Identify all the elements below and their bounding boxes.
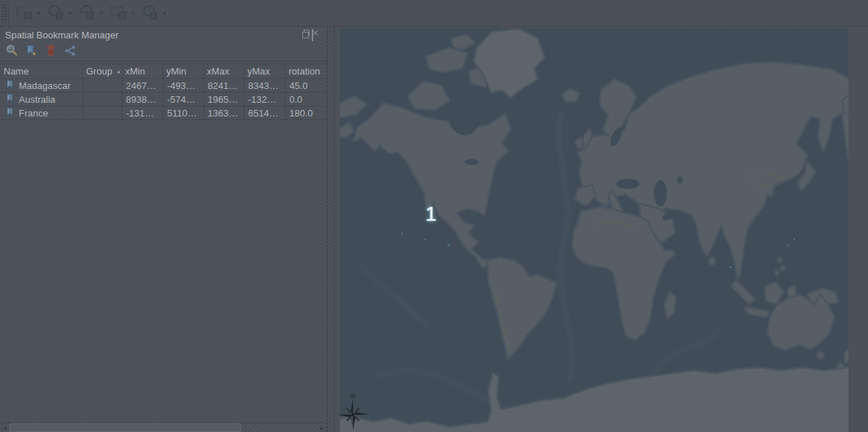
cloud-gear-icon [77, 4, 96, 22]
chevron-down-icon[interactable]: ▾ [163, 10, 166, 17]
bookmark-icon [6, 106, 14, 120]
bookmark-xmin: -131… [122, 106, 163, 120]
bookmark-rotation: 45.0 [286, 79, 327, 93]
bookmark-icon [6, 79, 14, 93]
table-header-row: Name Group▴ xMin yMin xMax yMax rotation [1, 64, 327, 79]
qgis-window: ▾ ▾ ▾ [0, 0, 868, 432]
table-row[interactable]: France -131… 5110… 1363… 6514… 180.0 [1, 106, 327, 120]
float-panel-button[interactable] [302, 30, 310, 38]
close-icon [312, 29, 313, 41]
chevron-down-icon[interactable]: ▾ [132, 10, 135, 17]
scroll-left-arrow-icon[interactable]: ◂ [1, 423, 9, 432]
column-header-rotation[interactable]: rotation [286, 64, 327, 79]
magnifier-icon [6, 44, 18, 59]
bookmark-xmax: 1965… [204, 93, 244, 106]
bookmark-marker-label: 1 [425, 203, 437, 226]
scrollbar-groove[interactable] [241, 423, 318, 432]
chevron-down-icon[interactable]: ▾ [100, 10, 103, 17]
column-header-xmax[interactable]: xMax [204, 64, 244, 79]
table-row[interactable]: Australia 8938… -574… 1965… -132… 0.0 [1, 93, 327, 106]
zoom-to-bookmark-button[interactable] [5, 46, 18, 59]
column-header-name[interactable]: Name [1, 64, 83, 79]
column-header-group[interactable]: Group▴ [83, 64, 122, 79]
layer-bookmark-icon [14, 4, 33, 22]
bookmark-ymin: 5110… [163, 106, 204, 120]
globe-gear-icon [140, 4, 159, 22]
column-header-xmin[interactable]: xMin [122, 64, 163, 79]
toolbar-button-1[interactable]: ▾ [14, 2, 41, 24]
share-bookmarks-button[interactable] [64, 46, 77, 59]
chevron-down-icon[interactable]: ▾ [37, 10, 41, 17]
share-icon [64, 45, 77, 59]
trash-icon [46, 44, 56, 59]
chevron-down-icon[interactable]: ▾ [69, 10, 72, 17]
main-toolbar: ▾ ▾ ▾ [0, 0, 868, 27]
gear-circle-icon [46, 4, 65, 22]
north-arrow-compass: N [336, 390, 370, 431]
bookmark-ymax: -132… [244, 93, 286, 106]
float-icon [304, 30, 310, 35]
bookmark-toolbar [0, 43, 327, 62]
bookmark-icon [6, 93, 14, 106]
panel-title: Spatial Bookmark Manager [5, 30, 119, 41]
world-map [340, 28, 848, 432]
scroll-right-arrow-icon[interactable]: ▸ [318, 423, 326, 432]
add-bookmark-button[interactable] [25, 46, 38, 59]
bookmark-ymax: 8343… [244, 79, 286, 93]
bookmark-name: Australia [19, 93, 56, 106]
toolbar-drag-handle[interactable] [1, 4, 9, 22]
table-row[interactable]: Madagascar 2467… -493… 8241… 8343… 45.0 [1, 79, 327, 93]
svg-text:N: N [351, 392, 356, 399]
column-header-ymax[interactable]: yMax [244, 64, 286, 79]
bookmark-name: Madagascar [19, 79, 71, 93]
close-panel-button[interactable] [312, 30, 320, 38]
extent-rect-icon [109, 4, 128, 22]
delete-bookmark-button[interactable] [44, 46, 57, 59]
bookmark-rotation: 180.0 [286, 106, 327, 120]
bookmark-xmax: 8241… [204, 79, 244, 93]
spatial-bookmark-manager-panel: Spatial Bookmark Manager [0, 27, 328, 432]
bookmark-name: France [19, 106, 48, 120]
bookmark-xmin: 2467… [122, 79, 163, 93]
bookmark-ymin: -574… [163, 93, 204, 106]
bookmark-xmax: 1363… [204, 106, 244, 120]
map-canvas[interactable]: 1 N [334, 27, 848, 432]
bookmark-add-icon [25, 44, 37, 59]
bookmark-table: Name Group▴ xMin yMin xMax yMax rotation… [1, 64, 327, 120]
column-header-ymin[interactable]: yMin [163, 64, 204, 79]
horizontal-scrollbar[interactable]: ◂ ▸ [1, 423, 326, 432]
panel-titlebar[interactable]: Spatial Bookmark Manager [0, 27, 327, 43]
toolbar-button-2[interactable]: ▾ [46, 2, 72, 24]
bookmark-group [83, 93, 122, 106]
bookmark-xmin: 8938… [122, 93, 163, 106]
bookmark-ymin: -493… [163, 79, 204, 93]
bookmark-ymax: 6514… [244, 106, 286, 120]
bookmark-group [83, 79, 122, 93]
bookmark-rotation: 0.0 [286, 93, 327, 106]
toolbar-button-4[interactable]: ▾ [109, 2, 135, 24]
toolbar-button-5[interactable]: ▾ [140, 2, 166, 24]
sort-ascending-icon: ▴ [117, 64, 120, 79]
bookmark-group [83, 106, 122, 120]
scrollbar-thumb[interactable] [9, 423, 241, 432]
toolbar-button-3[interactable]: ▾ [77, 2, 103, 24]
